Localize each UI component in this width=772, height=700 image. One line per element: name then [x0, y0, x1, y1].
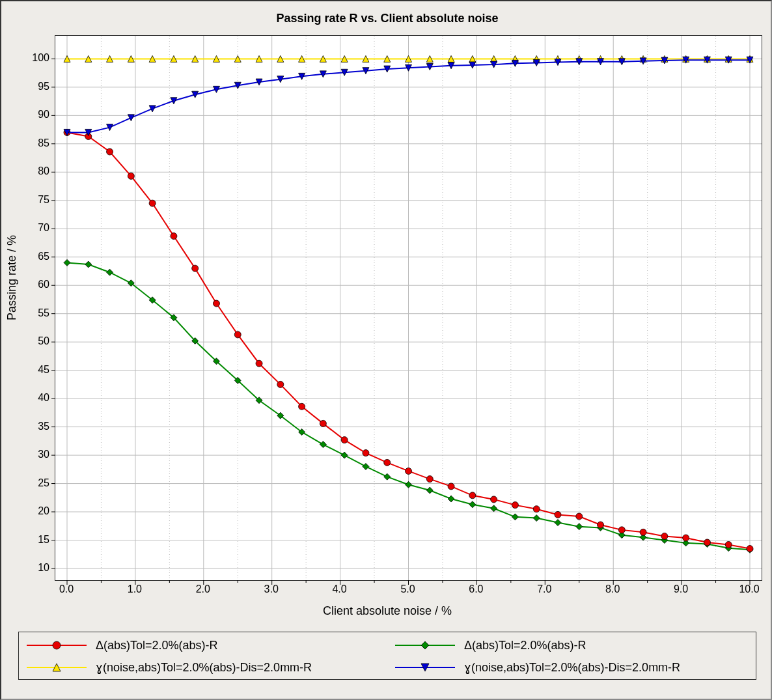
x-tick-label: 10.0 — [739, 583, 759, 595]
svg-point-150 — [149, 200, 156, 206]
plot-area — [55, 35, 762, 581]
legend-label: ɣ(noise,abs)Tol=2.0%(abs)-Dis=2.0mm-R — [464, 660, 680, 675]
legend-label: Δ(abs)Tol=2.0%(abs)-R — [464, 639, 586, 652]
chart-title: Passing rate R vs. Client absolute noise — [1, 12, 772, 25]
y-tick-label: 60 — [10, 279, 49, 290]
svg-point-151 — [171, 233, 177, 240]
y-tick-label: 35 — [10, 421, 49, 432]
svg-point-158 — [320, 420, 326, 427]
svg-marker-215 — [421, 641, 429, 649]
svg-point-175 — [683, 535, 689, 541]
svg-marker-113 — [64, 259, 70, 266]
x-tick-label: 2.0 — [196, 583, 210, 595]
y-tick-label: 70 — [10, 222, 49, 234]
x-tick-label: 1.0 — [128, 583, 142, 595]
svg-point-174 — [661, 533, 668, 539]
svg-point-154 — [234, 331, 241, 338]
y-tick-label: 30 — [10, 449, 49, 460]
y-tick-label: 20 — [10, 505, 49, 517]
svg-marker-130 — [426, 487, 433, 494]
svg-point-159 — [341, 437, 348, 443]
x-tick-label: 3.0 — [264, 583, 279, 595]
svg-marker-183 — [149, 105, 156, 112]
svg-marker-125 — [320, 441, 326, 448]
x-tick-label: 0.0 — [59, 583, 74, 595]
svg-point-148 — [107, 148, 113, 155]
svg-marker-182 — [128, 115, 134, 121]
svg-marker-127 — [363, 463, 369, 469]
svg-point-164 — [448, 483, 454, 490]
legend-item: ɣ(noise,abs)Tol=2.0%(abs)-Dis=2.0mm-R — [387, 656, 756, 679]
legend: Δ(abs)Tol=2.0%(abs)-RΔ(abs)Tol=2.0%(abs)… — [18, 632, 756, 680]
svg-point-172 — [618, 527, 625, 533]
y-tick-label: 90 — [10, 109, 49, 120]
svg-point-161 — [384, 459, 391, 466]
svg-marker-114 — [85, 261, 92, 268]
svg-point-165 — [469, 492, 476, 499]
svg-point-149 — [128, 173, 134, 179]
svg-point-166 — [491, 496, 497, 503]
svg-point-153 — [213, 300, 219, 307]
svg-point-171 — [598, 522, 604, 528]
x-tick-label: 5.0 — [400, 583, 415, 595]
svg-point-173 — [640, 529, 646, 535]
svg-point-157 — [299, 403, 305, 410]
svg-point-160 — [363, 450, 369, 456]
y-tick-label: 75 — [10, 194, 49, 206]
x-axis-label: Client absolute noise / % — [1, 604, 772, 618]
svg-point-167 — [512, 502, 518, 509]
svg-marker-115 — [107, 269, 113, 275]
y-tick-label: 100 — [10, 52, 49, 64]
x-tick-label: 8.0 — [605, 583, 620, 595]
svg-marker-137 — [576, 524, 583, 530]
y-tick-label: 85 — [10, 137, 49, 149]
y-tick-label: 25 — [10, 477, 49, 489]
svg-marker-135 — [533, 515, 540, 522]
svg-marker-126 — [341, 452, 348, 458]
y-tick-label: 10 — [10, 562, 49, 574]
svg-point-163 — [426, 476, 433, 483]
x-tick-label: 6.0 — [469, 583, 483, 595]
legend-label: ɣ(noise,abs)Tol=2.0%(abs)-Dis=2.0mm-R — [96, 660, 312, 675]
y-tick-label: 95 — [10, 81, 49, 92]
legend-label: Δ(abs)Tol=2.0%(abs)-R — [96, 639, 218, 652]
svg-point-156 — [277, 381, 284, 387]
legend-item: Δ(abs)Tol=2.0%(abs)-R — [387, 634, 756, 657]
y-tick-label: 40 — [10, 392, 49, 404]
svg-marker-129 — [406, 481, 412, 488]
x-tick-label: 7.0 — [537, 583, 551, 595]
svg-point-176 — [704, 539, 710, 546]
y-tick-label: 55 — [10, 307, 49, 319]
x-tick-label: 4.0 — [332, 583, 346, 595]
svg-marker-132 — [469, 501, 476, 508]
svg-point-168 — [533, 506, 540, 512]
svg-point-177 — [725, 541, 732, 548]
svg-marker-131 — [448, 496, 454, 502]
plot-svg — [55, 36, 762, 580]
svg-point-169 — [555, 511, 561, 518]
svg-point-155 — [256, 360, 262, 367]
svg-point-213 — [53, 641, 61, 649]
svg-marker-134 — [512, 514, 518, 520]
svg-marker-133 — [491, 505, 497, 512]
svg-marker-128 — [384, 473, 391, 480]
svg-point-170 — [576, 513, 583, 520]
legend-item: Δ(abs)Tol=2.0%(abs)-R — [19, 634, 387, 657]
legend-item: ɣ(noise,abs)Tol=2.0%(abs)-Dis=2.0mm-R — [19, 656, 387, 679]
y-tick-label: 80 — [10, 165, 49, 177]
y-tick-label: 45 — [10, 364, 49, 376]
y-tick-label: 65 — [10, 251, 49, 262]
svg-marker-136 — [555, 520, 561, 526]
svg-point-152 — [192, 265, 199, 272]
chart-frame: Passing rate R vs. Client absolute noise… — [0, 0, 772, 700]
svg-point-162 — [406, 468, 412, 474]
svg-point-178 — [747, 546, 753, 552]
x-tick-label: 9.0 — [674, 583, 688, 595]
y-tick-label: 50 — [10, 335, 49, 347]
y-tick-label: 15 — [10, 534, 49, 546]
